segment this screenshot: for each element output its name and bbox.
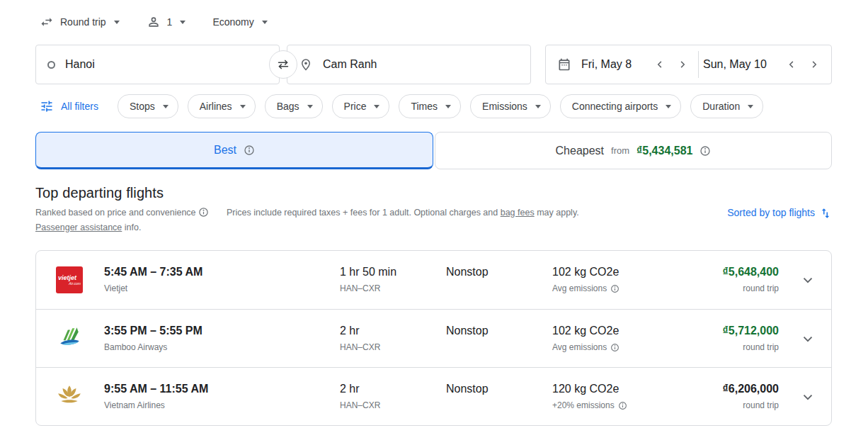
info-icon[interactable] [610,343,619,352]
cabin-class-selector[interactable]: Economy [212,16,267,28]
flight-duration: 2 hr [340,323,446,339]
trip-type-selector[interactable]: Round trip [40,15,120,29]
flight-emissions: 102 kg CO2e [552,264,680,280]
filter-chip-duration[interactable]: Duration [690,94,763,118]
prices-text: Prices include required taxes + fees for… [227,208,498,218]
swap-locations-button[interactable] [269,50,297,79]
origin-circle-icon [47,61,55,69]
return-date-prev-button[interactable] [780,53,803,76]
flight-duration-cell: 2 hr HAN–CXR [340,368,446,411]
flight-stops-cell: Nonstop [446,251,552,280]
info-icon[interactable] [244,145,255,156]
info-text: info. [125,223,142,232]
depart-date-next-button[interactable] [671,53,694,76]
bag-fees-link[interactable]: bag fees [501,208,535,218]
filter-chip-stops[interactable]: Stops [118,94,178,118]
filter-chip-airlines[interactable]: Airlines [188,94,256,118]
flight-duration-cell: 2 hr HAN–CXR [340,310,446,353]
origin-value: Hanoi [65,58,95,71]
swap-arrows-icon [275,57,291,72]
price-note: round trip [680,400,779,411]
round-trip-icon [40,15,54,29]
chevron-down-icon [748,105,753,108]
flight-times-cell: 9:55 AM – 11:55 AM Vietnam Airlines [104,368,340,411]
all-filters-button[interactable]: All filters [40,99,98,113]
origin-field[interactable]: Hanoi [35,45,280,84]
chevron-down-icon [445,105,451,108]
info-icon[interactable] [618,401,627,410]
filter-chip-connecting-airports[interactable]: Connecting airports [560,94,681,118]
flight-times: 5:45 AM – 7:35 AM [104,264,340,280]
flight-stops-cell: Nonstop [446,310,552,339]
expand-flight-button[interactable] [779,389,824,405]
airline-logo-bamboo-airways [56,324,104,354]
return-date-next-button[interactable] [803,53,826,76]
chip-label: Price [344,101,367,112]
chevron-down-icon [163,105,169,108]
google-flights-page: Round trip 1 Economy Hanoi [0,11,868,426]
flight-price-cell: ₫5,648,400 round trip [680,251,779,294]
departing-flights-list: vietjet Air.com 5:45 AM – 7:35 AM Vietje… [35,250,832,426]
depart-date-value[interactable]: Fri, May 8 [581,58,649,71]
airline-logo-vietjet: vietjet Air.com [56,266,104,293]
filter-chip-bags[interactable]: Bags [265,94,323,118]
cheapest-tab-label: Cheapest [556,145,605,157]
ranked-text: Ranked based on price and convenience [35,208,196,218]
flight-stops-cell: Nonstop [446,368,552,397]
airline-name: Vietjet [104,283,340,294]
destination-field[interactable]: Cam Ranh [287,45,531,84]
expand-flight-button[interactable] [779,272,824,288]
flight-duration: 2 hr [340,381,446,397]
filter-chip-times[interactable]: Times [399,94,461,118]
emissions-note: Avg emissions [552,283,607,294]
tab-best[interactable]: Best [35,132,433,169]
sort-arrows-icon [819,207,832,220]
cabin-class-label: Economy [212,16,253,28]
return-date-value[interactable]: Sun, May 10 [703,58,780,71]
calendar-icon [557,57,571,72]
info-icon[interactable] [699,145,711,157]
chevron-down-icon [666,105,671,108]
flight-emissions-cell: 120 kg CO2e +20% emissions [552,368,680,411]
result-tabs: Best Cheapest from ₫5,434,581 [35,132,832,169]
best-tab-label: Best [214,144,236,157]
flight-row-bamboo-airways[interactable]: 3:55 PM – 5:55 PM Bamboo Airways 2 hr HA… [36,309,831,367]
flight-price: ₫5,648,400 [680,264,779,280]
flight-price-cell: ₫5,712,000 round trip [680,310,779,353]
location-pin-icon [299,57,313,72]
info-icon[interactable] [610,284,619,293]
tab-cheapest[interactable]: Cheapest from ₫5,434,581 [435,132,832,169]
cheapest-from-label: from [611,145,629,156]
passenger-assistance-link[interactable]: Passenger assistance [35,223,122,232]
airline-name: Bamboo Airways [104,342,340,353]
sort-button[interactable]: Sorted by top flights [727,207,832,235]
filter-chip-price[interactable]: Price [332,94,390,118]
flight-row-vietjet[interactable]: vietjet Air.com 5:45 AM – 7:35 AM Vietje… [36,251,831,309]
passenger-count: 1 [167,16,173,28]
dates-field: Fri, May 8 Sun, May 10 [545,45,832,84]
vietjet-logo-subtext: Air.com [58,281,81,286]
flight-emissions: 120 kg CO2e [552,381,680,397]
flight-times-cell: 3:55 PM – 5:55 PM Bamboo Airways [104,310,340,353]
chevron-down-icon [800,331,816,347]
flight-row-vietnam-airlines[interactable]: 9:55 AM – 11:55 AM Vietnam Airlines 2 hr… [36,367,831,425]
flight-duration-cell: 1 hr 50 min HAN–CXR [340,251,446,294]
info-icon[interactable] [198,207,209,218]
person-icon [147,15,161,29]
chevron-down-icon [114,21,120,24]
flight-emissions-cell: 102 kg CO2e Avg emissions [552,310,680,353]
flight-route: HAN–CXR [340,342,446,353]
results-disclaimer: Ranked based on price and convenience Pr… [35,205,579,235]
expand-flight-button[interactable] [779,331,824,347]
flight-route: HAN–CXR [340,283,446,294]
cheapest-price: ₫5,434,581 [636,145,692,157]
chip-label: Airlines [200,101,232,112]
chip-label: Stops [130,101,155,112]
flight-emissions: 102 kg CO2e [552,323,680,339]
passenger-selector[interactable]: 1 [147,15,186,29]
depart-date-prev-button[interactable] [649,53,671,76]
flight-price: ₫5,712,000 [680,323,779,339]
vietjet-logo-text: vietjet [58,275,81,281]
flight-price: ₫6,206,000 [680,381,779,397]
filter-chip-emissions[interactable]: Emissions [470,94,551,118]
